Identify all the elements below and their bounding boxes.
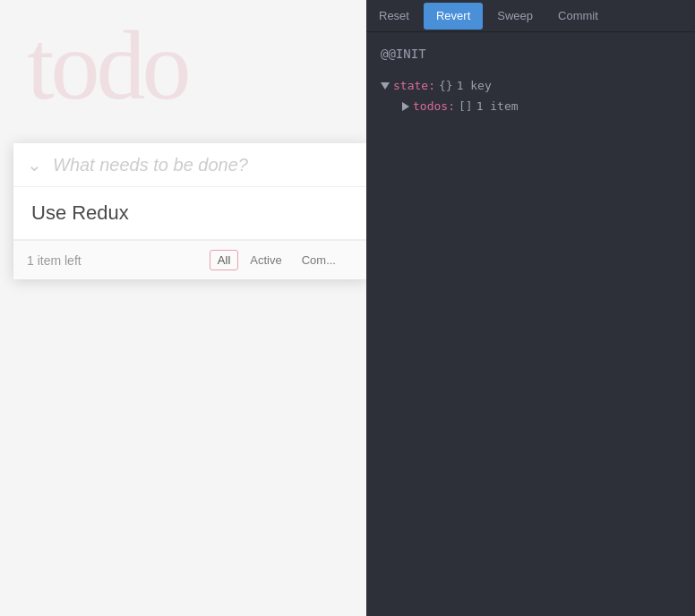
item-count: 1 item left bbox=[27, 253, 210, 268]
input-row: ⌄ What needs to be done? bbox=[13, 143, 366, 187]
debug-content: @@INIT state: {} 1 key todos: [] 1 item bbox=[366, 32, 695, 616]
commit-button[interactable]: Commit bbox=[545, 0, 611, 32]
filter-all-button[interactable]: All bbox=[210, 250, 238, 270]
input-placeholder: What needs to be done? bbox=[53, 155, 248, 175]
revert-button[interactable]: Revert bbox=[424, 3, 483, 30]
todos-container: todos: [] 1 item bbox=[402, 96, 681, 116]
state-bracket: {} bbox=[439, 75, 453, 96]
chevron-down-icon[interactable]: ⌄ bbox=[27, 154, 42, 175]
collapse-state-icon[interactable] bbox=[381, 82, 390, 90]
filter-active-button[interactable]: Active bbox=[242, 250, 289, 270]
watermark: todo bbox=[27, 9, 188, 123]
todo-app: ⌄ What needs to be done? Use Redux 1 ite… bbox=[13, 143, 366, 279]
todo-item: Use Redux bbox=[13, 187, 366, 240]
init-label: @@INIT bbox=[381, 43, 681, 64]
sweep-button[interactable]: Sweep bbox=[485, 0, 545, 32]
state-row: state: {} 1 key bbox=[381, 75, 681, 96]
expand-todos-icon[interactable] bbox=[402, 102, 409, 111]
filter-buttons: All Active Com... bbox=[210, 250, 344, 270]
todos-bracket: [] bbox=[459, 96, 473, 116]
filter-completed-button[interactable]: Com... bbox=[294, 250, 344, 270]
reset-button[interactable]: Reset bbox=[366, 0, 422, 32]
todos-key: todos: bbox=[413, 96, 455, 116]
state-meta: 1 key bbox=[457, 75, 492, 96]
state-key: state: bbox=[393, 75, 435, 96]
footer-row: 1 item left All Active Com... bbox=[13, 240, 366, 279]
toolbar: Reset Revert Sweep Commit bbox=[366, 0, 695, 32]
todos-meta: 1 item bbox=[476, 96, 519, 116]
todos-row: todos: [] 1 item bbox=[402, 96, 681, 116]
left-panel: todo ⌄ What needs to be done? Use Redux … bbox=[0, 0, 366, 616]
tree-root: state: {} 1 key todos: [] 1 item bbox=[381, 75, 681, 117]
right-panel: Reset Revert Sweep Commit @@INIT state: … bbox=[366, 0, 695, 616]
